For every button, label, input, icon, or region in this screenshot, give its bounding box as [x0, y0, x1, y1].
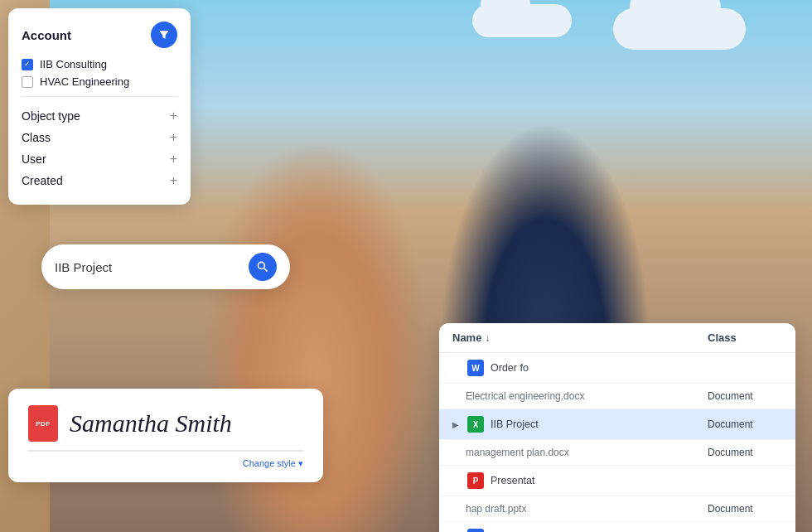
- account-iib-label: IIB Consulting: [40, 58, 107, 70]
- filter-panel: Account IIB Consulting HVAC Engineering …: [8, 8, 191, 205]
- checkbox-iib[interactable]: [22, 59, 33, 70]
- signature-content: PDF Samantha Smith: [28, 405, 303, 452]
- word-icon-2: W: [467, 529, 484, 532]
- filter-user-label: User: [22, 152, 46, 166]
- funnel-icon: [157, 28, 171, 41]
- search-button[interactable]: [249, 253, 277, 281]
- filter-panel-title: Account: [22, 28, 71, 42]
- account-iib-consulting[interactable]: IIB Consulting: [22, 58, 177, 70]
- signature-card: PDF Samantha Smith Change style: [8, 389, 323, 482]
- plus-icon-class: +: [170, 130, 177, 145]
- column-header-class: Class: [708, 331, 782, 344]
- row-name: Electrical engineering.docx: [466, 390, 708, 402]
- row-expand-icon: ▶: [452, 420, 464, 429]
- filter-class-label: Class: [22, 131, 51, 144]
- cloud-decoration-1: [613, 8, 746, 50]
- checkbox-hvac[interactable]: [22, 76, 33, 88]
- sort-icon[interactable]: ↓: [485, 332, 490, 344]
- plus-icon-created: +: [170, 173, 177, 188]
- pdf-label: PDF: [36, 420, 51, 428]
- filter-divider: [22, 96, 177, 97]
- plus-icon-object-type: +: [170, 109, 177, 123]
- table-row-selected[interactable]: ▶ X IIB Project Document: [439, 409, 795, 440]
- search-icon: [256, 260, 269, 273]
- table-row[interactable]: management plan.docx Document: [439, 440, 795, 466]
- table-row[interactable]: hap draft.pptx Document: [439, 496, 795, 522]
- row-name: Order fo: [491, 362, 708, 374]
- row-class: Document: [708, 503, 782, 515]
- search-input[interactable]: [55, 260, 242, 274]
- cloud-decoration-2: [472, 4, 572, 37]
- row-class: Document: [708, 390, 782, 402]
- filter-header: Account: [22, 22, 177, 48]
- results-panel: Name ↓ Class W Order fo Electrical engin…: [439, 323, 795, 532]
- row-name: IIB Project: [491, 418, 708, 430]
- change-style-button[interactable]: Change style: [28, 458, 303, 469]
- powerpoint-icon: P: [467, 472, 484, 489]
- filter-object-type[interactable]: Object type +: [22, 105, 177, 127]
- search-bar: [41, 244, 290, 289]
- table-header: Name ↓ Class: [439, 323, 795, 353]
- filter-object-type-label: Object type: [22, 109, 80, 123]
- svg-point-0: [258, 262, 264, 268]
- account-hvac-engineering[interactable]: HVAC Engineering: [22, 75, 177, 88]
- row-name: Presentat: [491, 475, 708, 486]
- table-row[interactable]: ▶ W Proposal 7708 - City of Chicago.docx…: [439, 522, 795, 532]
- column-header-name: Name ↓: [452, 331, 708, 344]
- row-name: management plan.docx: [466, 447, 708, 458]
- filter-created-label: Created: [22, 174, 63, 187]
- pdf-icon: PDF: [28, 405, 58, 442]
- filter-icon-button[interactable]: [151, 22, 177, 48]
- account-hvac-label: HVAC Engineering: [40, 75, 129, 88]
- word-icon: W: [467, 360, 484, 376]
- row-class: Document: [708, 447, 782, 458]
- excel-icon: X: [467, 416, 484, 433]
- row-name: hap draft.pptx: [466, 503, 708, 515]
- table-row[interactable]: W Order fo: [439, 353, 795, 384]
- row-class: Document: [708, 418, 782, 430]
- table-row[interactable]: P Presentat: [439, 466, 795, 496]
- plus-icon-user: +: [170, 152, 177, 167]
- signature-name: Samantha Smith: [70, 409, 232, 438]
- filter-created[interactable]: Created +: [22, 170, 177, 191]
- table-row[interactable]: Electrical engineering.docx Document: [439, 384, 795, 409]
- filter-user[interactable]: User +: [22, 148, 177, 170]
- svg-line-1: [264, 268, 268, 272]
- filter-class[interactable]: Class +: [22, 127, 177, 148]
